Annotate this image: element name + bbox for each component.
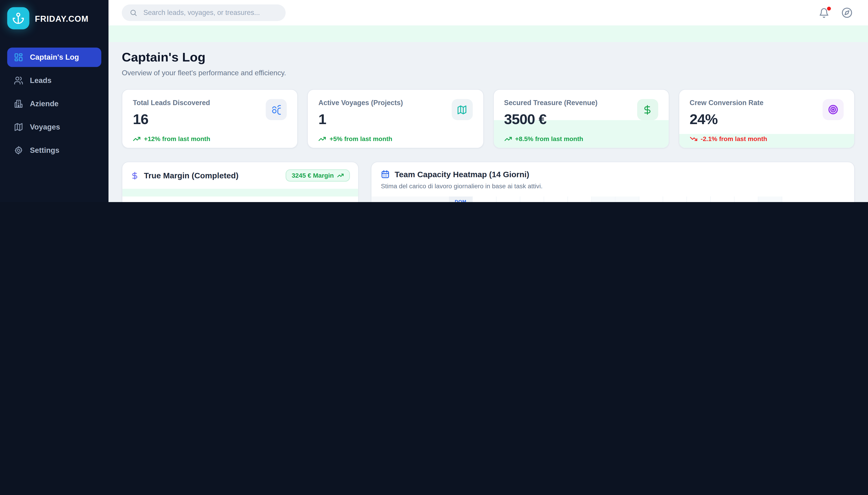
day-column-header: DOM22 xyxy=(449,197,473,202)
sidebar-item-voyages[interactable]: Voyages xyxy=(7,117,101,137)
page-title: Captain's Log xyxy=(122,50,855,65)
card-title: Team Capacity Heatmap (14 Giorni) xyxy=(395,170,529,179)
day-column-header: LUN30 xyxy=(640,197,663,202)
trending-up-icon xyxy=(319,135,326,143)
dollar-icon xyxy=(642,104,653,115)
anchor-icon xyxy=(12,12,24,24)
brand-logo[interactable] xyxy=(7,7,29,29)
day-column-header: MAR24 xyxy=(497,197,520,202)
building-icon xyxy=(14,99,23,108)
member-column-header: MEMBRO DEL TEAM xyxy=(371,197,449,202)
compass-icon[interactable] xyxy=(841,7,852,18)
sidebar-item-leads[interactable]: Leads xyxy=(7,71,101,90)
sidebar-item-aziende[interactable]: Aziende xyxy=(7,94,101,114)
search-icon xyxy=(130,9,137,17)
main-area: Captain's Log Overview of your fleet's p… xyxy=(108,0,868,202)
day-column-header: MER1 xyxy=(687,197,711,202)
dashboard-icon xyxy=(14,53,23,62)
sidebar-nav: Captain's Log Leads Aziende Voyages Sett… xyxy=(0,48,108,160)
app-root: FRIDAY.COM Captain's Log Leads Aziende V… xyxy=(0,0,868,202)
heatmap-header-row: MEMBRO DEL TEAM DOM22LUN23MAR24MER25GIO2… xyxy=(371,197,854,202)
sidebar: FRIDAY.COM Captain's Log Leads Aziende V… xyxy=(0,0,108,202)
day-column-header: SAB4 xyxy=(759,197,782,202)
day-column-header: LUN23 xyxy=(473,197,496,202)
calendar-icon xyxy=(381,170,390,179)
stat-value: 1 xyxy=(319,111,403,128)
page-subtitle: Overview of your fleet's performance and… xyxy=(122,69,855,77)
dollar-icon xyxy=(131,171,139,180)
stat-value: 3500 € xyxy=(504,111,597,128)
day-column-header: VEN27 xyxy=(568,197,592,202)
stat-card-voyages: Active Voyages (Projects) 1 +5% from las… xyxy=(307,89,483,148)
stat-value: 24% xyxy=(690,111,767,128)
day-column-header: GIO26 xyxy=(544,197,568,202)
brand: FRIDAY.COM xyxy=(0,0,108,29)
page-content: Captain's Log Overview of your fleet's p… xyxy=(108,42,868,202)
stat-label: Active Voyages (Projects) xyxy=(319,99,403,107)
day-column-header: MAR31 xyxy=(663,197,687,202)
stats-row: Total Leads Discovered 16 +12% from last… xyxy=(122,89,855,148)
stat-label: Secured Treasure (Revenue) xyxy=(504,99,597,107)
search-bar[interactable] xyxy=(122,4,286,21)
sidebar-item-settings[interactable]: Settings xyxy=(7,141,101,160)
stat-label: Crew Conversion Rate xyxy=(690,99,767,107)
trending-up-icon xyxy=(504,135,512,143)
notifications-button[interactable] xyxy=(819,7,829,18)
sidebar-item-label: Leads xyxy=(30,76,52,85)
margin-badge[interactable]: 3245 € Margin xyxy=(286,169,350,182)
highlight-overlay xyxy=(122,189,358,197)
day-column-header: DOM29 xyxy=(615,197,639,202)
stat-card-revenue: Secured Treasure (Revenue) 3500 € +8.5% … xyxy=(493,89,669,148)
users-icon xyxy=(271,104,282,115)
trending-up-icon xyxy=(337,172,344,179)
stat-value: 16 xyxy=(133,111,210,128)
stat-card-conversion: Crew Conversion Rate 24% -2.1% from last… xyxy=(679,89,855,148)
notification-dot xyxy=(827,6,831,10)
users-icon xyxy=(14,76,23,85)
true-margin-card: True Margin (Completed) 3245 € Margin Te… xyxy=(122,161,359,202)
highlight-band-top xyxy=(108,25,868,42)
heatmap-table: MEMBRO DEL TEAM DOM22LUN23MAR24MER25GIO2… xyxy=(371,197,854,202)
sidebar-item-label: Voyages xyxy=(30,123,60,131)
stat-delta: -2.1% from last month xyxy=(690,135,767,143)
stat-label: Total Leads Discovered xyxy=(133,99,210,107)
stat-delta: +12% from last month xyxy=(133,135,210,143)
trending-down-icon xyxy=(690,135,697,143)
card-title: True Margin (Completed) xyxy=(144,171,238,180)
day-column-header: MER25 xyxy=(520,197,544,202)
sidebar-item-label: Aziende xyxy=(30,100,58,108)
day-column-header: VEN3 xyxy=(735,197,759,202)
stat-delta: +5% from last month xyxy=(319,135,403,143)
stat-delta: +8.5% from last month xyxy=(504,135,597,143)
sidebar-item-label: Captain's Log xyxy=(30,53,79,62)
topbar xyxy=(108,0,868,25)
search-input[interactable] xyxy=(142,8,278,17)
gear-icon xyxy=(14,146,23,155)
map-icon xyxy=(14,122,23,132)
heatmap-card: Team Capacity Heatmap (14 Giorni) Stima … xyxy=(371,161,855,202)
card-subtitle: Stima del carico di lavoro giornaliero i… xyxy=(381,183,845,189)
brand-name: FRIDAY.COM xyxy=(35,14,88,23)
trending-up-icon xyxy=(133,135,141,143)
stat-card-leads: Total Leads Discovered 16 +12% from last… xyxy=(122,89,298,148)
sidebar-item-captains-log[interactable]: Captain's Log xyxy=(7,48,101,67)
day-column-header: SAB28 xyxy=(592,197,615,202)
sidebar-item-label: Settings xyxy=(30,146,59,155)
target-icon xyxy=(828,104,839,115)
map-icon xyxy=(457,104,467,115)
day-column-header: GIO2 xyxy=(711,197,734,202)
